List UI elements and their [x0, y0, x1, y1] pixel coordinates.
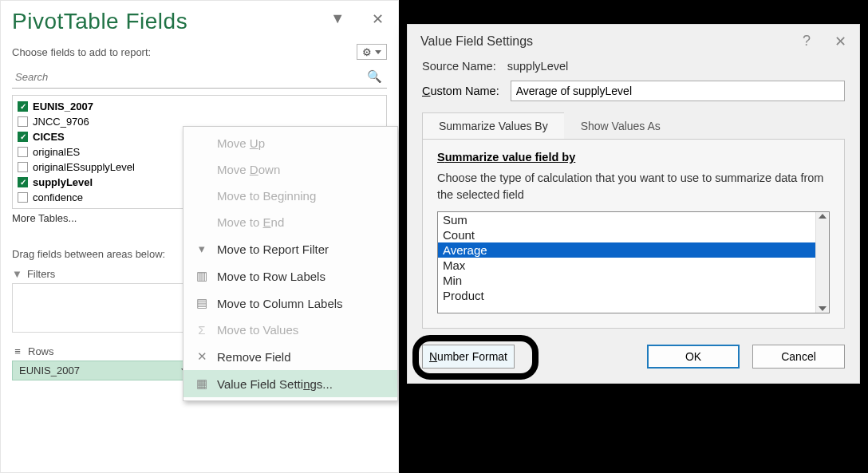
tab-show-values-as[interactable]: Show Values As — [564, 112, 677, 139]
menu-remove-field[interactable]: ✕Remove Field — [183, 343, 397, 370]
close-icon[interactable]: ✕ — [372, 10, 384, 28]
rows-pill-label: EUNIS_2007 — [19, 365, 80, 376]
close-icon[interactable]: ✕ — [834, 33, 846, 50]
calc-option[interactable]: Count — [438, 227, 815, 242]
chevron-down-icon — [375, 50, 381, 54]
menu-value-field-settings[interactable]: ▦Value Field Settings... — [183, 370, 397, 397]
menu-move-down: Move Down — [183, 156, 397, 183]
number-format-button[interactable]: Number Format — [422, 345, 515, 369]
field-label: EUNIS_2007 — [33, 101, 93, 112]
checkbox[interactable]: ✓ — [18, 177, 28, 187]
menu-move-beginning: Move to Beginning — [183, 183, 397, 209]
menu-move-values: ΣMove to Values — [183, 317, 397, 343]
right-area: Value Field Settings ? ✕ Source Name: su… — [399, 0, 868, 473]
calc-option[interactable]: Max — [438, 258, 815, 273]
rows-field-pill[interactable]: EUNIS_2007 — [12, 361, 195, 380]
layout-options-button[interactable]: ⚙ — [357, 44, 387, 60]
panel-subtitle: Choose fields to add to report: — [12, 46, 151, 58]
settings-icon: ▦ — [195, 376, 209, 391]
checkbox[interactable] — [18, 162, 28, 172]
field-label: CICES — [33, 131, 65, 143]
pivottable-fields-pane: PivotTable Fields ▼ ✕ Choose fields to a… — [0, 0, 399, 473]
field-label: confidence — [33, 191, 83, 203]
dialog-title: Value Field Settings — [420, 34, 533, 49]
custom-name-label: Custom Name: — [422, 85, 499, 97]
value-field-settings-dialog: Value Field Settings ? ✕ Source Name: su… — [407, 24, 860, 384]
rows-icon: ≡ — [12, 345, 23, 357]
calc-option[interactable]: Sum — [438, 212, 815, 227]
menu-move-report-filter[interactable]: ▾Move to Report Filter — [183, 235, 397, 262]
field-context-menu: Move Up Move Down Move to Beginning Move… — [183, 126, 398, 401]
checkbox[interactable]: ✓ — [18, 101, 28, 112]
rows-area-label: Rows — [28, 345, 54, 357]
field-label: originalESsupplyLevel — [33, 161, 135, 173]
sigma-icon: Σ — [195, 323, 209, 337]
summarize-description: Choose the type of calculation that you … — [437, 170, 830, 203]
scrollbar[interactable] — [815, 212, 829, 313]
field-label: JNCC_9706 — [33, 116, 89, 128]
filter-icon: ▾ — [195, 242, 209, 256]
field-label: supplyLevel — [33, 176, 93, 188]
help-icon[interactable]: ? — [803, 33, 811, 50]
menu-move-up: Move Up — [183, 130, 397, 156]
calc-option[interactable]: Product — [438, 288, 815, 303]
filters-area-label: Filters — [27, 268, 55, 280]
remove-icon: ✕ — [195, 349, 209, 364]
custom-name-input[interactable] — [511, 81, 845, 101]
columns-icon: ▤ — [195, 296, 209, 310]
field-item[interactable]: ✓EUNIS_2007 — [18, 99, 381, 114]
ok-button[interactable]: OK — [647, 345, 740, 369]
source-name-value: supplyLevel — [507, 60, 569, 73]
calculation-type-list[interactable]: SumCountAverageMaxMinProduct — [437, 211, 830, 313]
checkbox[interactable]: ✓ — [18, 132, 28, 142]
collapse-icon[interactable]: ▼ — [330, 10, 345, 28]
checkbox[interactable] — [18, 192, 28, 203]
search-icon: 🔍 — [367, 69, 382, 84]
menu-move-end: Move to End — [183, 209, 397, 235]
calc-option[interactable]: Min — [438, 273, 815, 288]
summarize-heading: Summarize value field by — [437, 151, 830, 164]
checkbox[interactable] — [18, 116, 28, 127]
cancel-button[interactable]: Cancel — [752, 345, 845, 369]
calc-option[interactable]: Average — [438, 242, 815, 258]
rows-icon: ▥ — [195, 269, 209, 283]
checkbox[interactable] — [18, 147, 28, 157]
field-label: originalES — [33, 146, 80, 158]
scroll-up-icon[interactable] — [819, 214, 827, 219]
source-name-label: Source Name: — [422, 60, 496, 73]
menu-move-row-labels[interactable]: ▥Move to Row Labels — [183, 262, 397, 290]
funnel-icon: ▼ — [12, 268, 22, 280]
menu-move-column-labels[interactable]: ▤Move to Column Labels — [183, 290, 397, 317]
tab-summarize-values-by[interactable]: Summarize Values By — [422, 112, 565, 139]
search-input[interactable] — [12, 68, 387, 89]
gear-icon: ⚙ — [362, 46, 372, 58]
scroll-down-icon[interactable] — [819, 306, 827, 311]
